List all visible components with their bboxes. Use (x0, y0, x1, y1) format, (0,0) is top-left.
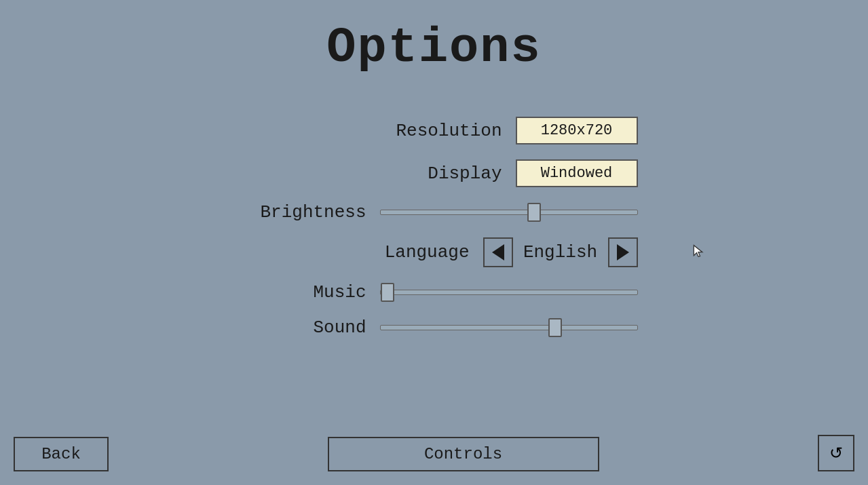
language-label: Language (347, 242, 470, 263)
display-label: Display (380, 163, 502, 184)
page-title: Options (326, 20, 541, 76)
arrow-right-icon (617, 244, 629, 260)
arrow-left-icon (492, 244, 504, 260)
svg-marker-0 (694, 246, 702, 257)
mouse-cursor (692, 244, 705, 258)
language-row: Language English (231, 237, 638, 267)
brightness-row: Brightness (231, 202, 638, 222)
music-slider-container (380, 290, 638, 295)
music-slider-track[interactable] (380, 290, 638, 295)
sound-label: Sound (244, 317, 366, 338)
language-value: English (520, 242, 601, 263)
language-next-button[interactable] (608, 237, 638, 267)
options-screen: Options Resolution 1280x720 Display Wind… (0, 0, 868, 485)
sound-row: Sound (231, 317, 638, 338)
display-row: Display Windowed (231, 159, 638, 187)
reset-button[interactable]: ↺ (818, 435, 854, 471)
back-button[interactable]: Back (14, 437, 109, 471)
brightness-slider-track[interactable] (380, 210, 638, 215)
bottom-bar: Back Controls ↺ (0, 435, 868, 485)
brightness-slider-container (380, 210, 638, 215)
resolution-label: Resolution (380, 121, 502, 141)
sound-slider-container (380, 325, 638, 330)
reset-icon: ↺ (829, 444, 843, 463)
music-slider-thumb[interactable] (381, 283, 394, 302)
display-dropdown[interactable]: Windowed (516, 159, 638, 187)
options-list: Resolution 1280x720 Display Windowed Bri… (231, 117, 638, 338)
language-selector: English (483, 237, 638, 267)
sound-slider-track[interactable] (380, 325, 638, 330)
resolution-row: Resolution 1280x720 (231, 117, 638, 144)
language-prev-button[interactable] (483, 237, 513, 267)
brightness-slider-thumb[interactable] (527, 203, 541, 222)
sound-slider-thumb[interactable] (548, 318, 562, 337)
brightness-label: Brightness (244, 202, 366, 222)
music-label: Music (244, 282, 366, 303)
controls-button[interactable]: Controls (328, 437, 599, 471)
resolution-dropdown[interactable]: 1280x720 (516, 117, 638, 144)
music-row: Music (231, 282, 638, 303)
